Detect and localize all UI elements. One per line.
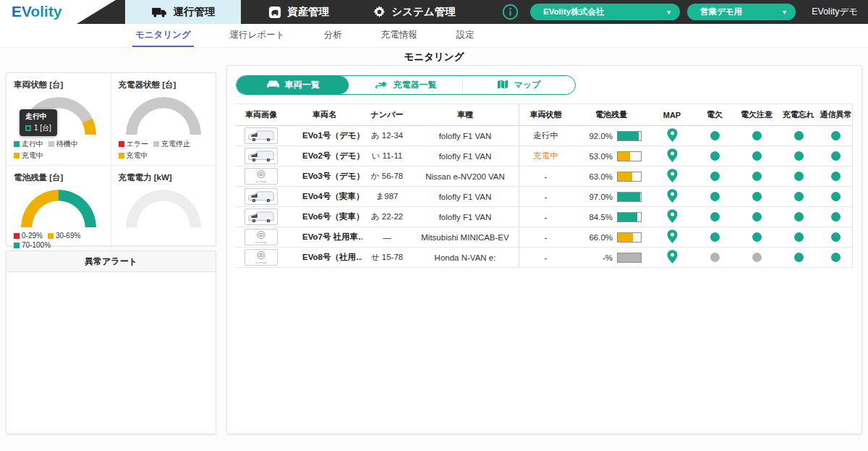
subnav-tab-label: 設定 [456, 29, 475, 41]
nav-tab-assets[interactable]: 資産管理 [241, 0, 357, 24]
vehicle-thumbnail [244, 127, 278, 144]
map-pin-button[interactable] [667, 148, 678, 164]
map-cell [650, 167, 694, 186]
charger-status-gauge[interactable] [126, 97, 201, 135]
vehicle-image-cell [236, 146, 286, 166]
map-pin-button[interactable] [667, 250, 678, 265]
table-row[interactable]: no imageEVo7号 社用車…—Mitsubishi MINICAB-EV… [236, 227, 852, 248]
no-image-icon: no image [246, 169, 276, 184]
map-cell [650, 207, 694, 227]
brand-logo-text: EVolity [12, 3, 62, 20]
alert-panel: 異常アラート [6, 250, 216, 434]
tooltip-value: 1 [台] [34, 123, 51, 133]
status-dot [831, 232, 841, 242]
vehicle-table: 車両画像車両名ナンバー車種車両状態電池残量MAP電欠電欠注意充電忘れ通信異常 E… [236, 104, 853, 268]
battery-percent: 63.0% [581, 172, 613, 181]
legend-item: 30-69% [48, 232, 80, 240]
subnav-tab-settings[interactable]: 設定 [454, 24, 477, 47]
status-dot [794, 232, 804, 242]
plate-number-cell: — [362, 227, 412, 247]
vehicle-status-cell: - [519, 248, 572, 267]
battery-bar [617, 192, 642, 202]
status-dot [752, 192, 762, 201]
charging-power-gauge[interactable] [126, 190, 201, 228]
battery-level-gauge[interactable] [21, 190, 96, 228]
subnav-tab-report[interactable]: 運行レポート [227, 24, 288, 47]
chevron-down-icon: ▾ [667, 8, 671, 16]
brand-logo[interactable]: EVolity [0, 0, 117, 24]
map-pin-button[interactable] [667, 128, 678, 143]
status-dot [794, 172, 804, 181]
legend-item: 充電中 [119, 151, 148, 161]
status-dot [831, 212, 841, 222]
subnav-tab-monitoring[interactable]: モニタリング [132, 24, 194, 47]
model-cell: folofly F1 VAN [412, 207, 519, 227]
plate-number-cell: あ 12-34 [362, 126, 412, 146]
legend-swatch [14, 243, 20, 248]
tab-vehicle-list[interactable]: 車両一覧 [237, 76, 349, 94]
legend-swatch [48, 233, 54, 239]
legend-item: 待機中 [48, 139, 78, 149]
alert-dot-cell [778, 227, 820, 247]
battery-cell: 53.0% [572, 146, 650, 166]
vehicle-name-cell: EVo1号（デモ） [286, 126, 362, 146]
tooltip-title: 走行中 [25, 111, 51, 122]
alert-dot-cell [736, 167, 778, 186]
nav-tab-label: 運行管理 [174, 5, 216, 19]
legend-swatch [14, 233, 20, 239]
alert-dot-cell [778, 126, 820, 146]
legend-swatch [14, 153, 20, 159]
alert-dot-cell [694, 227, 736, 247]
vehicle-thumbnail: no image [244, 249, 278, 266]
subnav-tab-charging-info[interactable]: 充電情報 [378, 24, 420, 47]
nav-tab-label: システム管理 [391, 5, 455, 19]
vehicle-status-cell: 走行中 [519, 126, 572, 146]
plate-number-cell: か 56-78 [362, 167, 412, 186]
map-pin-button[interactable] [667, 209, 678, 224]
map-cell [650, 146, 694, 166]
status-dot [710, 253, 720, 262]
map-pin-button[interactable] [667, 229, 678, 245]
map-pin-icon [667, 128, 678, 142]
table-row[interactable]: no imageEVo3号（デモ）か 56-78Nissan e-NV200 V… [236, 167, 852, 187]
company-dropdown[interactable]: EVolity株式会社 ▾ [530, 4, 680, 20]
map-pin-icon [667, 209, 678, 223]
environment-dropdown[interactable]: 営業デモ用 ▾ [687, 4, 796, 20]
battery-percent: 53.0% [581, 152, 613, 161]
svg-text:no image: no image [255, 261, 267, 264]
nav-tab-operations[interactable]: 運行管理 [125, 0, 241, 24]
vehicle-status-cell: - [519, 187, 572, 206]
battery-percent: 84.5% [581, 213, 613, 222]
table-body: EVo1号（デモ）あ 12-34folofly F1 VAN走行中92.0%EV… [236, 126, 852, 268]
alert-dot-cell [820, 207, 852, 227]
column-header: 電欠 [694, 104, 736, 125]
map-pin-icon [667, 189, 678, 203]
alert-dot-cell [694, 167, 736, 186]
tab-charger-list[interactable]: 充電器一覧 [349, 76, 461, 94]
column-header: 充電忘れ [778, 104, 820, 125]
column-header: 車種 [412, 104, 519, 125]
status-dot [710, 172, 720, 181]
status-dot [710, 232, 720, 242]
chevron-down-icon: ▾ [783, 8, 786, 16]
table-row[interactable]: EVo4号（実車）ま987folofly F1 VAN-97.0% [236, 187, 852, 207]
model-cell: folofly F1 VAN [412, 187, 519, 206]
table-row[interactable]: no imageEVo8号（社用…せ 15-78Honda N-VAN e:--… [236, 248, 852, 268]
status-dot [752, 212, 762, 222]
table-row[interactable]: EVo6号（実車）あ 22-22folofly F1 VAN-84.5% [236, 207, 852, 227]
table-row[interactable]: EVo2号（デモ）い 11-11folofly F1 VAN充電中53.0% [236, 146, 852, 167]
nav-tab-system[interactable]: システム管理 [357, 0, 472, 24]
map-pin-button[interactable] [667, 189, 678, 204]
battery-cell: 63.0% [572, 167, 650, 186]
alert-dot-cell [736, 227, 778, 247]
map-pin-button[interactable] [667, 169, 678, 184]
status-dot [752, 131, 762, 140]
subnav-tab-analysis[interactable]: 分析 [321, 24, 345, 47]
table-row[interactable]: EVo1号（デモ）あ 12-34folofly F1 VAN走行中92.0% [236, 126, 852, 146]
status-dot [831, 172, 841, 181]
tab-map[interactable]: マップ [463, 76, 575, 94]
gauge-title: 充電電力 [kW] [119, 172, 209, 183]
map-cell [650, 227, 694, 247]
legend-swatch [153, 141, 159, 147]
info-icon[interactable] [502, 4, 519, 20]
